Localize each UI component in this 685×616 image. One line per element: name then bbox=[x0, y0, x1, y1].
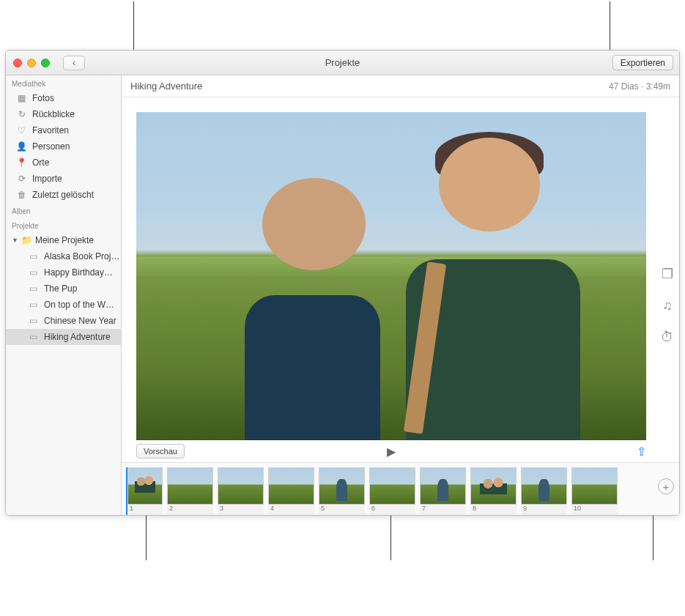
sidebar-project-pup[interactable]: ▭ The Pup bbox=[6, 281, 121, 297]
zoom-icon[interactable] bbox=[41, 59, 50, 67]
sidebar-project-birthday[interactable]: ▭ Happy Birthday… bbox=[6, 264, 121, 281]
thumb-number: 9 bbox=[521, 505, 567, 515]
thumb[interactable]: 5 bbox=[319, 467, 365, 515]
app-window: ‹ Projekte Exportieren Mediathek ▦ Fotos… bbox=[5, 50, 680, 516]
sidebar-item-label: Chinese New Year bbox=[44, 316, 121, 326]
thumb-number: 3 bbox=[218, 505, 264, 515]
minimize-icon[interactable] bbox=[27, 59, 36, 67]
thumb-image bbox=[218, 467, 264, 505]
timer-icon: ⏱ bbox=[661, 330, 674, 344]
tool-rail: ❐ ♫ ⏱ bbox=[656, 266, 679, 345]
sidebar-item-label: Personen bbox=[32, 141, 121, 152]
sidebar-item-fotos[interactable]: ▦ Fotos bbox=[6, 90, 121, 106]
thumb-number: 5 bbox=[319, 505, 365, 515]
import-icon: ⟳ bbox=[16, 174, 27, 184]
folder-icon: 📁 bbox=[21, 235, 32, 245]
thumb-number: 2 bbox=[167, 505, 213, 515]
sidebar-item-label: Importe bbox=[32, 174, 121, 184]
sidebar-item-label: Fotos bbox=[32, 93, 121, 103]
thumb-number: 1 bbox=[127, 505, 163, 515]
back-button[interactable]: ‹ bbox=[63, 56, 85, 70]
sidebar-item-label: Zuletzt gelöscht bbox=[32, 190, 121, 200]
sidebar-item-label: Orte bbox=[32, 157, 121, 168]
sidebar-item-label: The Pup bbox=[44, 283, 121, 294]
sidebar-section-mediathek: Mediathek bbox=[6, 75, 121, 90]
sidebar-item-label: Alaska Book Proj… bbox=[44, 251, 121, 261]
photo-subject bbox=[223, 161, 401, 440]
thumb[interactable]: 8 bbox=[470, 467, 516, 515]
share-button[interactable]: ⇪ bbox=[637, 445, 646, 459]
music-icon: ♫ bbox=[662, 298, 673, 313]
titlebar: ‹ Projekte Exportieren bbox=[6, 51, 679, 75]
thumb-image bbox=[521, 467, 567, 505]
preview-button-label: Vorschau bbox=[144, 447, 177, 456]
thumb[interactable]: 1 bbox=[126, 467, 163, 515]
sidebar-item-personen[interactable]: 👤 Personen bbox=[6, 138, 121, 155]
project-meta: 47 Dias · 3:49m bbox=[609, 81, 670, 92]
memories-icon: ↻ bbox=[16, 109, 27, 119]
sidebar-project-alaska[interactable]: ▭ Alaska Book Proj… bbox=[6, 248, 121, 264]
sidebar-folder-label: Meine Projekte bbox=[35, 235, 94, 245]
thumb[interactable]: 4 bbox=[268, 467, 314, 515]
chevron-down-icon: ▼ bbox=[12, 237, 18, 244]
thumb[interactable]: 3 bbox=[218, 467, 264, 515]
photos-icon: ▦ bbox=[16, 93, 27, 103]
sidebar-folder-meine-projekte[interactable]: ▼ 📁 Meine Projekte bbox=[6, 232, 121, 248]
slideshow-icon: ▭ bbox=[28, 316, 39, 326]
project-title[interactable]: Hiking Adventure bbox=[130, 81, 202, 92]
sidebar-project-hiking[interactable]: ▭ Hiking Adventure bbox=[6, 329, 121, 345]
thumb-image bbox=[268, 467, 314, 505]
sidebar-item-label: On top of the W… bbox=[44, 300, 121, 310]
photo-subject bbox=[396, 128, 590, 440]
thumb-number: 10 bbox=[571, 505, 618, 515]
slide-preview[interactable] bbox=[136, 112, 646, 440]
slideshow-icon: ▭ bbox=[28, 267, 39, 278]
thumb-image bbox=[420, 467, 466, 505]
window-title: Projekte bbox=[6, 57, 679, 68]
thumb-image bbox=[369, 467, 415, 505]
sidebar-item-rueckblicke[interactable]: ↻ Rückblicke bbox=[6, 106, 121, 122]
thumb-number: 4 bbox=[268, 505, 314, 515]
sidebar-project-cny[interactable]: ▭ Chinese New Year bbox=[6, 313, 121, 329]
thumb-number: 6 bbox=[369, 505, 415, 515]
add-photos-button[interactable]: + bbox=[658, 478, 674, 494]
heart-icon: ♡ bbox=[16, 125, 27, 136]
sidebar-item-orte[interactable]: 📍 Orte bbox=[6, 155, 121, 171]
thumb[interactable]: 10 bbox=[571, 467, 618, 515]
main-area: Hiking Adventure 47 Dias · 3:49m bbox=[122, 75, 679, 515]
thumb[interactable]: 6 bbox=[369, 467, 415, 515]
thumb-number: 7 bbox=[420, 505, 466, 515]
close-icon[interactable] bbox=[13, 59, 22, 67]
thumb-image bbox=[319, 467, 365, 505]
share-icon: ⇪ bbox=[637, 445, 646, 458]
sidebar-item-label: Happy Birthday… bbox=[44, 267, 121, 278]
music-button[interactable]: ♫ bbox=[662, 298, 673, 313]
duration-button[interactable]: ⏱ bbox=[661, 330, 674, 345]
pin-icon: 📍 bbox=[16, 157, 27, 168]
export-button-label: Exportieren bbox=[621, 58, 665, 68]
sidebar-section-alben: Alben bbox=[6, 203, 121, 218]
themes-button[interactable]: ❐ bbox=[662, 266, 673, 282]
sidebar-project-ontop[interactable]: ▭ On top of the W… bbox=[6, 297, 121, 313]
export-button[interactable]: Exportieren bbox=[612, 55, 673, 70]
thumb-image bbox=[571, 467, 618, 505]
thumb-image bbox=[127, 467, 163, 505]
sidebar-item-label: Hiking Adventure bbox=[44, 332, 121, 342]
slideshow-icon: ▭ bbox=[28, 251, 39, 261]
sidebar: Mediathek ▦ Fotos ↻ Rückblicke ♡ Favorit… bbox=[6, 75, 122, 515]
thumb[interactable]: 7 bbox=[420, 467, 466, 515]
thumb-image bbox=[470, 467, 516, 505]
preview-button[interactable]: Vorschau bbox=[136, 444, 185, 459]
sidebar-item-zuletzt-geloescht[interactable]: 🗑 Zuletzt gelöscht bbox=[6, 187, 121, 203]
project-header: Hiking Adventure 47 Dias · 3:49m bbox=[122, 75, 679, 97]
window-controls bbox=[6, 59, 50, 67]
preview-controls: Vorschau ▶ ⇪ bbox=[136, 440, 646, 462]
play-button[interactable]: ▶ bbox=[387, 445, 396, 459]
sidebar-item-importe[interactable]: ⟳ Importe bbox=[6, 171, 121, 187]
sidebar-item-favoriten[interactable]: ♡ Favoriten bbox=[6, 122, 121, 138]
slideshow-icon: ▭ bbox=[28, 283, 39, 294]
trash-icon: 🗑 bbox=[16, 190, 27, 200]
plus-icon: + bbox=[663, 480, 670, 493]
thumb[interactable]: 9 bbox=[521, 467, 567, 515]
thumb[interactable]: 2 bbox=[167, 467, 213, 515]
